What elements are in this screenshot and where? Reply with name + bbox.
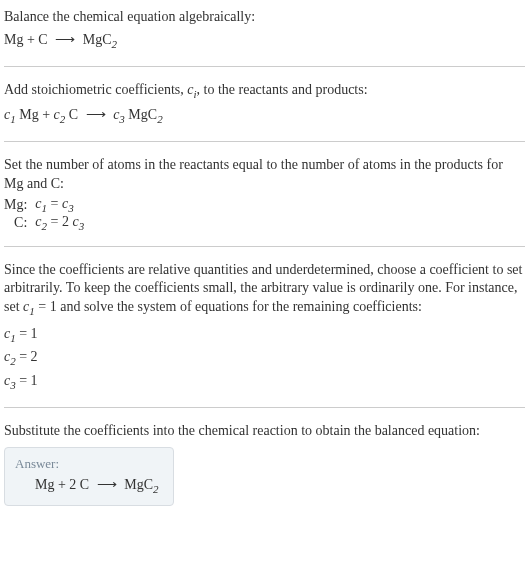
coef-equation: c1 Mg + c2 C ⟶ c3 MgC2: [4, 104, 525, 127]
c3-sub: 3: [79, 220, 85, 232]
reactant-mg: Mg: [4, 32, 23, 47]
arrow-icon: ⟶: [82, 107, 109, 122]
section-stoichiometric: Add stoichiometric coefficients, ci, to …: [4, 81, 525, 127]
product-mgc: MgC: [83, 32, 112, 47]
equals-sign: =: [47, 196, 62, 211]
c3-sub: 3: [68, 202, 74, 214]
divider: [4, 246, 525, 247]
solution-line: c3 = 1: [4, 370, 525, 393]
section-problem: Balance the chemical equation algebraica…: [4, 8, 525, 52]
mg-balance-eq: c1 = c3: [35, 196, 84, 214]
c-balance-eq: c2 = 2 c3: [35, 214, 84, 232]
value: = 1: [16, 373, 38, 388]
balance-intro: Set the number of atoms in the reactants…: [4, 156, 525, 194]
reactant-c: C: [38, 32, 47, 47]
solution-line: c1 = 1: [4, 323, 525, 346]
section-atom-balance: Set the number of atoms in the reactants…: [4, 156, 525, 231]
balanced-equation: Mg + 2 C ⟶ MgC2: [15, 476, 159, 495]
answer-label: Answer:: [15, 456, 159, 472]
arrow-icon: ⟶: [93, 477, 120, 492]
section-solve: Since the coefficients are relative quan…: [4, 261, 525, 393]
mgc-term: MgC: [125, 107, 157, 122]
stoich-intro: Add stoichiometric coefficients, ci, to …: [4, 81, 525, 102]
plus-sign: +: [23, 32, 38, 47]
subscript-2: 2: [157, 113, 163, 125]
plus-sign: +: [39, 107, 54, 122]
product-mgc: MgC: [124, 477, 153, 492]
reactant-c: C: [80, 477, 89, 492]
subscript-2: 2: [112, 38, 118, 50]
reactant-mg: Mg: [35, 477, 54, 492]
value: = 2: [16, 349, 38, 364]
text-part: , to the reactants and products:: [197, 82, 368, 97]
balance-table: Mg: c1 = c3 C: c2 = 2 c3: [4, 196, 84, 232]
text-part: Add stoichiometric coefficients,: [4, 82, 187, 97]
solution-list: c1 = 1 c2 = 2 c3 = 1: [4, 323, 525, 393]
divider: [4, 141, 525, 142]
answer-box: Answer: Mg + 2 C ⟶ MgC2: [4, 447, 174, 506]
section-answer: Substitute the coefficients into the che…: [4, 422, 525, 506]
divider: [4, 66, 525, 67]
c-term: C: [65, 107, 78, 122]
problem-intro: Balance the chemical equation algebraica…: [4, 8, 525, 27]
table-row: Mg: c1 = c3: [4, 196, 84, 214]
text-part: = 1 and solve the system of equations fo…: [35, 299, 422, 314]
divider: [4, 407, 525, 408]
element-label-c: C:: [4, 214, 35, 232]
value: = 1: [16, 326, 38, 341]
plus-2: + 2: [54, 477, 79, 492]
element-label-mg: Mg:: [4, 196, 35, 214]
solve-intro: Since the coefficients are relative quan…: [4, 261, 525, 319]
equals-2: = 2: [47, 214, 72, 229]
subscript-2: 2: [153, 483, 159, 495]
answer-intro: Substitute the coefficients into the che…: [4, 422, 525, 441]
mg-term: Mg: [16, 107, 39, 122]
solution-line: c2 = 2: [4, 346, 525, 369]
unbalanced-equation: Mg + C ⟶ MgC2: [4, 29, 525, 52]
arrow-icon: ⟶: [52, 32, 79, 47]
table-row: C: c2 = 2 c3: [4, 214, 84, 232]
